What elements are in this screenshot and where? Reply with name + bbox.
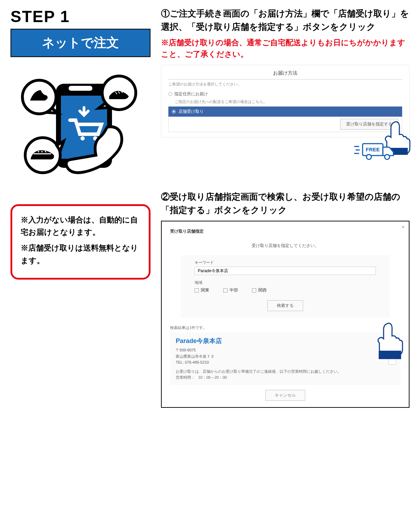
red-note-1: ※入力がない場合は、自動的に自宅お届けとなります。	[21, 214, 140, 238]
region-chubu-label: 中部	[230, 287, 238, 293]
delivery-option-store[interactable]: 店舗受け取り	[168, 107, 402, 117]
instruction-2-headline: ②受け取り店舗指定画面で検索し、お受け取り希望の店舗の「指定する」ボタンをクリッ…	[161, 190, 410, 217]
store-address: 富山県富山市今泉７３	[176, 353, 395, 360]
cancel-button[interactable]: キャンセル	[265, 390, 305, 401]
pointer-hand-icon	[372, 322, 404, 362]
instruction-1-headline: ①ご注文手続き画面の「お届け方法」欄で「店舗受け取り」を選択、「受け取り店舗を指…	[161, 7, 410, 33]
svg-rect-2	[69, 86, 92, 91]
modal-title: 受け取り店舗指定	[170, 228, 400, 234]
store-hours-label: 営業時間：	[176, 375, 195, 379]
free-shipping-icon: FREE	[161, 139, 407, 162]
region-checkbox-chubu[interactable]: 中部	[223, 287, 238, 293]
instruction-1-notice: ※店舗受け取りの場合、通常ご自宅配送よりもお日にちがかかりますこと、ご了承くださ…	[161, 37, 410, 60]
step-label: STEP 1	[10, 7, 150, 26]
radio-icon	[168, 92, 172, 96]
delivery-option-home-note: ご指定のお届け先への配送をご希望の場合はこちら。	[175, 99, 402, 104]
delivery-option-store-label: 店舗受け取り	[178, 109, 204, 115]
step-banner: ネットで注文	[10, 29, 150, 57]
svg-point-10	[45, 151, 46, 152]
store-name: Parade今泉本店	[176, 337, 395, 345]
region-checkbox-kanto[interactable]: 関東	[195, 287, 209, 293]
svg-point-16	[366, 155, 371, 159]
order-illustration	[10, 64, 144, 176]
svg-point-17	[385, 155, 390, 159]
store-tel: TEL: 076-495-5210	[176, 359, 395, 366]
svg-point-9	[41, 151, 43, 152]
checkbox-icon	[252, 288, 256, 293]
delivery-option-home[interactable]: 指定住所にお届け	[168, 90, 402, 98]
region-kanto-label: 関東	[201, 287, 209, 293]
store-search-modal: × 受け取り店舗指定 受け取り店舗を指定してください。 キーワード 地域 関東	[161, 221, 410, 408]
svg-point-3	[80, 136, 85, 140]
checkbox-icon	[195, 288, 199, 293]
close-icon[interactable]: ×	[402, 224, 405, 230]
region-kansai-label: 関西	[258, 287, 267, 293]
store-zip: 〒939-8075	[176, 347, 395, 353]
checkbox-icon	[223, 288, 227, 293]
red-note-2: ※店舗受け取りは送料無料となります。	[21, 242, 140, 266]
result-count: 検索結果は1件です。	[170, 325, 400, 330]
store-note: お受け取りは、店舗からのお受け取り準備完了のご連絡後、以下の営業時間にお越しくだ…	[176, 369, 341, 373]
keyword-input[interactable]	[195, 267, 376, 275]
store-hours-value: 10：00～20：00	[198, 375, 227, 379]
delivery-panel-title: お届け方法	[168, 69, 402, 80]
modal-prompt: 受け取り店舗を指定してください。	[170, 243, 400, 249]
radio-icon	[172, 110, 176, 114]
red-note-box: ※入力がない場合は、自動的に自宅お届けとなります。 ※店舗受け取りは送料無料とな…	[10, 204, 150, 280]
delivery-option-home-label: 指定住所にお届け	[174, 91, 208, 97]
search-button[interactable]: 検索する	[267, 300, 303, 311]
delivery-panel-desc: ご希望のお届け方法を選択してください。	[168, 82, 402, 87]
svg-text:FREE: FREE	[366, 146, 380, 152]
region-label: 地域	[195, 280, 376, 285]
keyword-label: キーワード	[195, 260, 376, 265]
svg-point-8	[38, 151, 39, 152]
region-checkbox-kansai[interactable]: 関西	[252, 287, 267, 293]
store-result-item: Parade今泉本店 〒939-8075 富山県富山市今泉７３ TEL: 076…	[170, 332, 400, 385]
delivery-method-panel: お届け方法 ご希望のお届け方法を選択してください。 指定住所にお届け ご指定のお…	[161, 65, 410, 137]
